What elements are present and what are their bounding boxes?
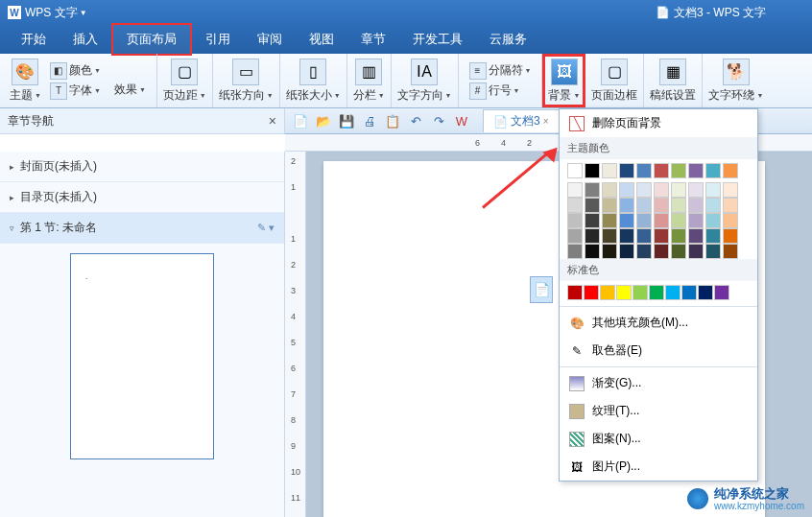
undo-icon[interactable]: ↶ [406, 111, 425, 130]
color-swatch[interactable] [671, 228, 686, 244]
color-swatch[interactable] [585, 163, 600, 178]
color-swatch[interactable] [705, 213, 721, 228]
texture-item[interactable]: 纹理(T)... [560, 397, 757, 425]
gradient-item[interactable]: 渐变(G)... [560, 369, 757, 397]
color-swatch[interactable] [585, 228, 600, 244]
color-swatch[interactable] [665, 285, 681, 300]
color-swatch[interactable] [602, 198, 617, 213]
open-icon[interactable]: 📂 [314, 111, 333, 130]
color-swatch[interactable] [671, 244, 686, 259]
color-swatch[interactable] [649, 285, 664, 300]
preview-icon[interactable]: 📋 [383, 111, 402, 130]
color-swatch[interactable] [567, 198, 583, 213]
color-swatch[interactable] [688, 163, 704, 178]
menu-item-6[interactable]: 章节 [347, 25, 399, 54]
color-swatch[interactable] [688, 182, 704, 198]
color-swatch[interactable] [688, 244, 704, 259]
ribbon-orientation[interactable]: ▭ 纸张方向▼ [213, 54, 280, 107]
color-swatch[interactable] [671, 182, 686, 198]
color-swatch[interactable] [636, 182, 652, 198]
color-swatch[interactable] [723, 228, 738, 244]
color-swatch[interactable] [567, 244, 583, 259]
color-swatch[interactable] [705, 182, 721, 198]
breaks-button[interactable]: ≡分隔符▼ [467, 61, 534, 81]
wps-logo-icon[interactable]: W [452, 111, 471, 130]
picture-item[interactable]: 🖼图片(P)... [560, 453, 757, 481]
color-swatch[interactable] [654, 213, 669, 228]
color-swatch[interactable] [688, 198, 704, 213]
color-swatch[interactable] [723, 182, 738, 198]
delete-background-item[interactable]: ╲ 删除页面背景 [560, 109, 757, 137]
more-fill-colors-item[interactable]: 🎨其他填充颜色(M)... [560, 309, 757, 337]
color-swatch[interactable] [602, 182, 617, 198]
color-swatch[interactable] [636, 213, 652, 228]
color-swatch[interactable] [688, 213, 704, 228]
eyedropper-item[interactable]: ✎取色器(E) [560, 337, 757, 364]
nav-item-0[interactable]: ▸封面页(未插入) [0, 152, 284, 182]
sidebar-close-button[interactable]: × [269, 113, 276, 129]
color-swatch[interactable] [705, 198, 721, 213]
color-swatch[interactable] [705, 163, 721, 178]
page-thumbnail[interactable]: . [70, 253, 214, 459]
color-swatch[interactable] [654, 182, 669, 198]
save-icon[interactable]: 💾 [337, 111, 356, 130]
color-swatch[interactable] [654, 163, 669, 178]
document-tab[interactable]: 📄 文档3 × [483, 109, 560, 132]
ribbon-wrap[interactable]: 🐕 文字环绕▼ [703, 54, 769, 107]
color-swatch[interactable] [636, 198, 652, 213]
ribbon-background[interactable]: 🖼 背景▼ [542, 54, 585, 107]
vertical-ruler[interactable]: 211234567891011 [285, 152, 306, 517]
theme-icon[interactable]: 🎨 [12, 59, 38, 85]
color-swatch[interactable] [636, 163, 652, 178]
color-swatch[interactable] [705, 228, 721, 244]
color-swatch[interactable] [567, 228, 583, 244]
color-swatch[interactable] [636, 228, 652, 244]
color-swatch[interactable] [723, 198, 738, 213]
color-swatch[interactable] [567, 182, 583, 198]
edit-icon[interactable]: ✎ ▾ [257, 222, 275, 234]
color-swatch[interactable] [698, 285, 713, 300]
menu-item-2[interactable]: 页面布局 [111, 23, 192, 56]
app-menu-dropdown-icon[interactable]: ▼ [80, 9, 87, 17]
color-swatch[interactable] [567, 213, 583, 228]
menu-item-7[interactable]: 开发工具 [399, 25, 476, 54]
ribbon-size[interactable]: ▯ 纸张大小▼ [280, 54, 347, 107]
color-swatch[interactable] [619, 213, 634, 228]
menu-item-5[interactable]: 视图 [296, 25, 347, 54]
color-swatch[interactable] [654, 244, 669, 259]
color-button[interactable]: ◧颜色▼ [48, 61, 103, 81]
pattern-item[interactable]: 图案(N)... [560, 425, 757, 453]
color-swatch[interactable] [585, 213, 600, 228]
color-swatch[interactable] [633, 285, 648, 300]
color-swatch[interactable] [723, 244, 738, 259]
color-swatch[interactable] [602, 244, 617, 259]
menu-item-8[interactable]: 云服务 [476, 25, 540, 54]
color-swatch[interactable] [671, 163, 686, 178]
new-icon[interactable]: 📄 [291, 111, 310, 130]
font-button[interactable]: T字体▼ [48, 82, 103, 101]
color-swatch[interactable] [671, 213, 686, 228]
color-swatch[interactable] [723, 163, 738, 178]
color-swatch[interactable] [600, 285, 615, 300]
color-swatch[interactable] [585, 244, 600, 259]
color-swatch[interactable] [619, 163, 634, 178]
ribbon-margin[interactable]: ▢ 页边距▼ [157, 54, 213, 107]
color-swatch[interactable] [619, 228, 634, 244]
redo-icon[interactable]: ↷ [429, 111, 448, 130]
color-swatch[interactable] [705, 244, 721, 259]
color-swatch[interactable] [688, 228, 704, 244]
color-swatch[interactable] [584, 285, 599, 300]
nav-item-1[interactable]: ▸目录页(未插入) [0, 182, 284, 213]
color-swatch[interactable] [636, 244, 652, 259]
color-swatch[interactable] [654, 198, 669, 213]
print-icon[interactable]: 🖨 [360, 111, 379, 130]
color-swatch[interactable] [619, 244, 634, 259]
theme-button[interactable]: 主题▼ [10, 87, 41, 104]
ribbon-border[interactable]: ▢ 页面边框 [585, 54, 644, 107]
color-swatch[interactable] [602, 213, 617, 228]
menu-item-3[interactable]: 引用 [192, 25, 244, 54]
color-swatch[interactable] [714, 285, 729, 300]
nav-item-2[interactable]: ▿第 1 节: 未命名✎ ▾ [0, 213, 284, 244]
ribbon-columns[interactable]: ▥ 分栏▼ [347, 54, 392, 107]
color-swatch[interactable] [585, 198, 600, 213]
